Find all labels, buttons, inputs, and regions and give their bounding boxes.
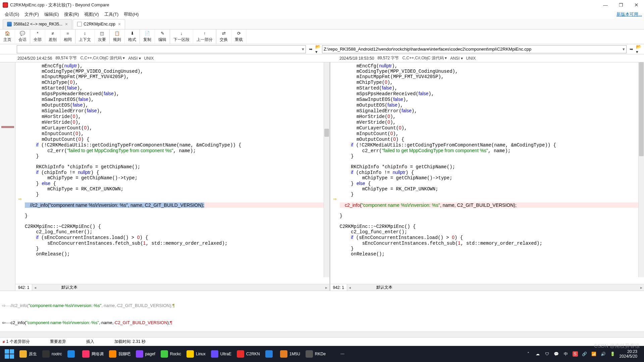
app-icon	[136, 350, 143, 358]
app-icon	[67, 350, 75, 358]
tb-format[interactable]: ⬇格式	[125, 29, 140, 44]
code-right[interactable]: mEncCfg(nullptr), mCodingType(MPP_VIDEO_…	[330, 62, 644, 284]
diff-merge-scroll[interactable]	[0, 331, 644, 337]
session-icon	[7, 22, 12, 26]
task-app[interactable]: 原生	[17, 347, 40, 361]
tb-next[interactable]: ↓下一区段	[170, 29, 193, 44]
all-icon: *	[35, 31, 40, 36]
menu-file[interactable]: 文件(F)	[22, 10, 42, 18]
tb-copy[interactable]: 📄复制	[140, 29, 155, 44]
tb-session[interactable]: 💬会话	[15, 29, 30, 44]
tray-wechat-icon[interactable]: 💬	[554, 351, 559, 357]
meta-lang[interactable]: C,C++,C#,ObjC 源代码 ▾	[80, 55, 125, 61]
task-app[interactable]	[263, 347, 277, 361]
diff-marker[interactable]	[1, 126, 14, 128]
code-left[interactable]: mEncCfg(nullptr), mCodingType(MPP_VIDEO_…	[15, 62, 329, 284]
file-icon	[77, 22, 82, 26]
minimize-button[interactable]: —	[598, 0, 613, 10]
meta-eol[interactable]: UNIX	[466, 56, 476, 61]
tb-swap[interactable]: ⇄交换	[216, 29, 231, 44]
meta-encoding[interactable]: ANSI ▾	[450, 56, 463, 61]
scrollbar-left[interactable]	[324, 62, 329, 277]
tray-ime-icon[interactable]: 中	[563, 351, 569, 357]
browse-left-icon[interactable]: 📂▾	[315, 46, 322, 53]
task-app[interactable]: RKDe	[303, 347, 328, 361]
meta-lang[interactable]: C,C++,C#,ObjC 源代码 ▾	[402, 55, 447, 61]
tb-context[interactable]: ↕上下文	[75, 29, 95, 44]
tray-clock[interactable]: 20:23 2024/5/20	[620, 349, 637, 359]
window-controls: — ❐ ✕	[598, 0, 644, 10]
diff-icon: ≠	[50, 31, 55, 36]
menu-edit[interactable]: 编辑(E)	[42, 10, 61, 18]
menu-tools[interactable]: 工具(T)	[102, 10, 121, 18]
hscroll-left[interactable]: 942: 1 ◂ 默认文本 ▸	[15, 284, 329, 291]
same-icon: =	[65, 31, 70, 36]
start-button[interactable]	[2, 347, 17, 361]
maximize-button[interactable]: ❐	[613, 0, 629, 10]
task-app[interactable]: Linux	[184, 347, 208, 361]
update-link[interactable]: 新版本可用...	[616, 11, 642, 17]
status-bar: ≠1 个差异部分 重要差异 插入 加载时间: 2.31 秒	[0, 337, 644, 346]
edit-icon: ✎	[160, 31, 165, 36]
tab-file[interactable]: C2RKMpiEnc.cpp ×	[73, 19, 125, 29]
tray-wifi-icon[interactable]: 📶	[591, 351, 597, 357]
task-app[interactable]: C2RKN	[234, 347, 263, 361]
tab-close-icon[interactable]: ×	[65, 21, 68, 27]
meta-encoding[interactable]: ANSI ▾	[128, 56, 141, 61]
tray-volume-icon[interactable]: 🔊	[601, 351, 606, 357]
neq-icon: ≠	[3, 340, 5, 344]
tab-session[interactable]: 3588a12 <--> repo_RK35... ×	[3, 19, 72, 29]
tray-battery-icon[interactable]: 🔋	[610, 351, 615, 357]
app-icon	[19, 350, 27, 358]
app-icon	[161, 350, 168, 358]
rules-icon: 📋	[114, 31, 120, 36]
task-app[interactable]: 网络调	[79, 347, 106, 361]
tb-rules[interactable]: 📋规则	[110, 29, 125, 44]
tray-shield-icon[interactable]: 🛡	[544, 351, 550, 357]
menu-session[interactable]: 会话(S)	[2, 10, 22, 18]
open-right-icon[interactable]: ➥	[628, 46, 635, 53]
tb-reload[interactable]: ⟳重载	[231, 29, 247, 44]
tb-home[interactable]: 🏠主页	[0, 29, 15, 44]
task-app[interactable]: UltraE	[208, 347, 234, 361]
menu-view[interactable]: 视图(V)	[82, 10, 101, 18]
open-left-icon[interactable]: ➥	[307, 46, 314, 53]
tb-all[interactable]: *全部	[30, 29, 45, 44]
browse-right-icon[interactable]: 📂▾	[636, 46, 643, 53]
chevron-down-icon[interactable]: ▾	[623, 47, 625, 52]
task-app[interactable]	[65, 347, 79, 361]
task-app[interactable]: pagef	[133, 347, 158, 361]
task-app[interactable]: rootrc	[40, 347, 65, 361]
scrollbar-right[interactable]	[638, 62, 644, 277]
meta-eol[interactable]: UNIX	[144, 56, 154, 61]
tray-sogou-icon[interactable]: S	[573, 351, 578, 357]
chevron-down-icon[interactable]: ▾	[302, 47, 304, 52]
menu-search[interactable]: 搜索(R)	[61, 10, 82, 18]
app-icon	[109, 350, 116, 358]
cursor-pos: 942: 1	[15, 284, 32, 291]
meta-datetime: 2024/5/20 14:42:56	[17, 56, 52, 61]
tab-close-icon[interactable]: ×	[118, 21, 121, 27]
tray-up-icon[interactable]: ˄	[526, 351, 531, 357]
close-button[interactable]: ✕	[629, 0, 644, 10]
tb-minor[interactable]: ◫次要	[95, 29, 110, 44]
tb-diff[interactable]: ≠差别	[45, 29, 60, 44]
menu-help[interactable]: 帮助(H)	[121, 10, 141, 18]
meta-bar: 2024/5/20 14:42:56 89,574 字节 C,C++,C#,Ob…	[0, 54, 644, 62]
tb-same[interactable]: =相同	[60, 29, 75, 44]
tb-prev[interactable]: ↑上一部分	[193, 29, 216, 44]
overview-gutter[interactable]	[0, 62, 15, 291]
tray-cloud-icon[interactable]: ☁	[535, 351, 540, 357]
tab-label: C2RKMpiEnc.cpp	[84, 22, 115, 26]
hscroll-right[interactable]: 942: 1 ◂ 默认文本 ▸	[330, 284, 644, 291]
task-app[interactable]: 我聊吧	[106, 347, 133, 361]
tray-link-icon[interactable]: 🔗	[582, 351, 587, 357]
task-app[interactable]: Rockc	[158, 347, 184, 361]
taskbar: 原生rootrc网络调我聊吧pagefRockcLinuxUltraEC2RKN…	[0, 346, 644, 362]
path-left[interactable]: ▾	[17, 45, 306, 53]
task-app[interactable]: ⋯	[328, 347, 347, 361]
diff-merge-view[interactable]: ⇨····//c2_info("component·name·%s\r\nver…	[0, 291, 644, 331]
path-right[interactable]: Z:\repo_RK3588_Android12\vendor\rockchip…	[322, 45, 627, 53]
task-app[interactable]: 1M5U	[277, 347, 303, 361]
tb-edit[interactable]: ✎编辑	[155, 29, 170, 44]
